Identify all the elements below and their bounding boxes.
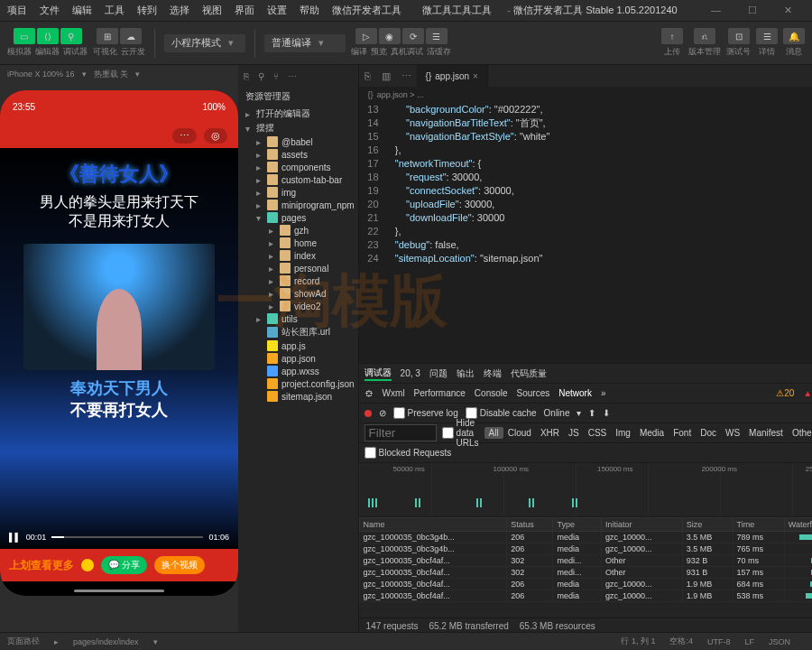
- warn-badge[interactable]: ⚠20: [776, 388, 794, 398]
- menu-help[interactable]: 帮助: [300, 4, 319, 17]
- hotreload-label[interactable]: 热重载 关: [94, 69, 129, 80]
- device-label[interactable]: iPhone X 100% 16: [7, 70, 75, 79]
- tree-item-app-json[interactable]: app.json: [238, 352, 358, 365]
- filter-img[interactable]: Img: [611, 427, 635, 439]
- tree-item-utils[interactable]: ▸utils: [238, 312, 358, 325]
- tree-item-record[interactable]: ▸record: [238, 274, 358, 287]
- network-row[interactable]: gzc_1000035_0bcf4af...302medi...Other931…: [359, 567, 812, 579]
- upload-icon[interactable]: ⬆: [588, 408, 595, 418]
- upload-button[interactable]: ↑: [661, 28, 683, 44]
- clear-cache-button[interactable]: ☰: [426, 28, 448, 44]
- tree-item-showAd[interactable]: ▸showAd: [238, 287, 358, 300]
- progress-bar[interactable]: [51, 536, 203, 538]
- details-button[interactable]: ☰: [756, 28, 778, 44]
- ellipsis-icon[interactable]: ⋯: [396, 70, 417, 82]
- timeline[interactable]: 50000 ms100000 ms150000 ms200000 ms25000…: [359, 463, 812, 517]
- filter-manifest[interactable]: Manifest: [744, 427, 788, 439]
- inspect-icon[interactable]: ⯐: [364, 388, 374, 398]
- tree-item-miniprogram_npm[interactable]: ▸miniprogram_npm: [238, 199, 358, 211]
- preserve-log-check[interactable]: [393, 407, 405, 419]
- more-icon[interactable]: ⋯: [288, 71, 297, 81]
- subtab-more-icon[interactable]: »: [601, 388, 606, 398]
- test-button[interactable]: ⊡: [728, 28, 750, 44]
- code-editor[interactable]: 131415161718192021222324 "backgroundColo…: [359, 103, 812, 363]
- explorer-icon[interactable]: ⎘: [244, 71, 249, 81]
- hide-urls-check[interactable]: [442, 427, 454, 439]
- blocked-req-check[interactable]: [364, 447, 376, 459]
- tab-problems[interactable]: 问题: [429, 367, 448, 380]
- download-icon[interactable]: ⬇: [603, 408, 610, 418]
- share-button[interactable]: 💬 分享: [101, 556, 147, 574]
- network-row[interactable]: gzc_1000035_0bcf4af...302medi...Other932…: [359, 555, 812, 567]
- filter-cloud[interactable]: Cloud: [503, 427, 536, 439]
- lang[interactable]: JSON: [769, 637, 790, 646]
- tab-quality[interactable]: 代码质量: [511, 367, 547, 380]
- cursor-pos[interactable]: 行 1, 列 1: [621, 636, 655, 647]
- tree-item-video2[interactable]: ▸video2: [238, 300, 358, 312]
- tree-item-pages[interactable]: ▾pages: [238, 211, 358, 224]
- video-area[interactable]: 《善待女人》 男人的拳头是用来打天下 不是用来打女人 奉劝天下男人 不要再打女人: [0, 148, 238, 552]
- menu-project[interactable]: 项目: [7, 4, 27, 17]
- tree-item--babel[interactable]: ▸@babel: [238, 135, 358, 148]
- capsule-menu-icon[interactable]: ⋯: [172, 128, 197, 144]
- menu-interface[interactable]: 界面: [235, 4, 254, 17]
- filter-other[interactable]: Other: [788, 427, 812, 439]
- tree-item-gzh[interactable]: ▸gzh: [238, 224, 358, 237]
- tree-item-custom-tab-bar[interactable]: ▸custom-tab-bar: [238, 173, 358, 186]
- page-path[interactable]: pages/index/index: [73, 637, 139, 646]
- project-root[interactable]: ▾摆摆: [238, 121, 358, 135]
- tree-item--url[interactable]: 站长图库.url: [238, 325, 358, 339]
- editor-icon[interactable]: ⎘: [359, 70, 376, 81]
- tab-output[interactable]: 输出: [457, 367, 475, 380]
- network-row[interactable]: gzc_1000035_0bcf4af...206mediagzc_10000.…: [359, 579, 812, 590]
- compile-button[interactable]: ▷: [355, 28, 377, 44]
- tab-debugger[interactable]: 调试器: [364, 367, 392, 381]
- eol[interactable]: LF: [744, 637, 754, 646]
- menu-goto[interactable]: 转到: [137, 4, 157, 17]
- subtab-network[interactable]: Network: [558, 388, 592, 398]
- open-editors[interactable]: ▸打开的编辑器: [238, 107, 358, 121]
- filter-all[interactable]: All: [484, 427, 503, 439]
- tree-item-personal[interactable]: ▸personal: [238, 262, 358, 274]
- filter-xhr[interactable]: XHR: [536, 427, 564, 439]
- tree-item-home[interactable]: ▸home: [238, 237, 358, 249]
- network-table[interactable]: NameStatusTypeInitiatorSizeTimeWaterfall…: [359, 517, 812, 618]
- play-icon[interactable]: ▌▌: [9, 533, 21, 542]
- message-button[interactable]: 🔔: [783, 28, 805, 44]
- online-select[interactable]: Online: [544, 408, 570, 418]
- tree-item-assets[interactable]: ▸assets: [238, 148, 358, 161]
- mode-select[interactable]: 小程序模式: [164, 34, 245, 52]
- indent[interactable]: 空格:4: [669, 636, 693, 647]
- network-row[interactable]: gzc_1000035_0bcf4af...206mediagzc_10000.…: [359, 590, 812, 602]
- filter-ws[interactable]: WS: [721, 427, 744, 439]
- tree-item-project-config-json[interactable]: project.config.json: [238, 377, 358, 390]
- menu-tool[interactable]: 工具: [105, 4, 125, 17]
- remote-debug-button[interactable]: ⟳: [402, 28, 424, 44]
- tree-item-app-js[interactable]: app.js: [238, 339, 358, 352]
- tab-terminal[interactable]: 终端: [484, 367, 502, 380]
- subtab-performance[interactable]: Performance: [414, 388, 466, 398]
- error-badge[interactable]: ▲4: [803, 388, 812, 398]
- split-icon[interactable]: ▥: [376, 70, 396, 82]
- capsule-close-icon[interactable]: ◎: [204, 128, 227, 144]
- git-icon[interactable]: ⑂: [273, 71, 279, 81]
- menu-select[interactable]: 选择: [170, 4, 189, 17]
- minimize-icon[interactable]: —: [711, 5, 721, 16]
- network-row[interactable]: gzc_1000035_0bc3g4b...206mediagzc_10000.…: [359, 532, 812, 543]
- subtab-wxml[interactable]: Wxml: [383, 388, 405, 398]
- filter-doc[interactable]: Doc: [696, 427, 721, 439]
- menu-view[interactable]: 视图: [202, 4, 222, 17]
- tree-item-components[interactable]: ▸components: [238, 161, 358, 173]
- filter-js[interactable]: JS: [564, 427, 584, 439]
- tree-item-app-wxss[interactable]: app.wxss: [238, 365, 358, 377]
- cloud-button[interactable]: ☁: [120, 28, 142, 44]
- simulator-button[interactable]: ▭: [14, 28, 35, 44]
- filter-css[interactable]: CSS: [584, 427, 612, 439]
- menu-edit[interactable]: 编辑: [72, 4, 92, 17]
- change-video-button[interactable]: 换个视频: [154, 556, 205, 574]
- breadcrumb[interactable]: {} app.json > ...: [359, 87, 812, 103]
- menu-file[interactable]: 文件: [40, 4, 60, 17]
- record-icon[interactable]: [364, 410, 372, 417]
- maximize-icon[interactable]: ☐: [748, 5, 757, 16]
- subtab-console[interactable]: Console: [475, 388, 508, 398]
